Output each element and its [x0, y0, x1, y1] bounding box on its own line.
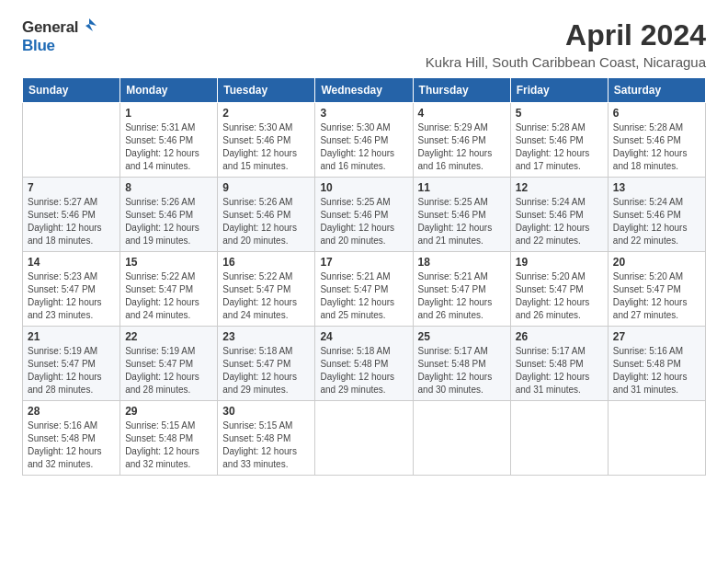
title-area: April 2024 Kukra Hill, South Caribbean C…: [426, 18, 706, 70]
day-info: Sunrise: 5:18 AM Sunset: 5:47 PM Dayligh…: [222, 345, 310, 396]
day-cell: [510, 401, 608, 476]
day-cell: 7Sunrise: 5:27 AM Sunset: 5:46 PM Daylig…: [23, 178, 120, 252]
day-cell: 5Sunrise: 5:28 AM Sunset: 5:46 PM Daylig…: [510, 103, 608, 178]
day-number: 12: [516, 181, 603, 194]
logo-blue: Blue: [22, 37, 55, 54]
header: General Blue April 2024 Kukra Hill, Sout…: [22, 18, 706, 70]
day-info: Sunrise: 5:25 AM Sunset: 5:46 PM Dayligh…: [320, 196, 407, 247]
day-number: 13: [613, 181, 700, 194]
week-row-2: 7Sunrise: 5:27 AM Sunset: 5:46 PM Daylig…: [23, 178, 706, 252]
day-cell: 27Sunrise: 5:16 AM Sunset: 5:48 PM Dayli…: [608, 327, 705, 401]
day-cell: 12Sunrise: 5:24 AM Sunset: 5:46 PM Dayli…: [510, 178, 608, 252]
day-number: 28: [28, 405, 115, 418]
day-cell: [413, 401, 510, 476]
day-number: 1: [125, 107, 212, 120]
day-cell: 30Sunrise: 5:15 AM Sunset: 5:48 PM Dayli…: [218, 401, 315, 476]
svg-marker-0: [85, 18, 97, 31]
day-cell: 13Sunrise: 5:24 AM Sunset: 5:46 PM Dayli…: [608, 178, 705, 252]
day-cell: 1Sunrise: 5:31 AM Sunset: 5:46 PM Daylig…: [120, 103, 218, 178]
day-number: 9: [222, 181, 310, 194]
day-number: 8: [125, 181, 212, 194]
day-info: Sunrise: 5:15 AM Sunset: 5:48 PM Dayligh…: [222, 419, 310, 471]
day-info: Sunrise: 5:21 AM Sunset: 5:47 PM Dayligh…: [418, 270, 506, 322]
week-row-4: 21Sunrise: 5:19 AM Sunset: 5:47 PM Dayli…: [23, 327, 706, 401]
day-cell: 17Sunrise: 5:21 AM Sunset: 5:47 PM Dayli…: [315, 252, 413, 327]
day-number: 2: [222, 107, 310, 120]
day-info: Sunrise: 5:23 AM Sunset: 5:47 PM Dayligh…: [28, 270, 115, 322]
day-number: 24: [320, 330, 407, 343]
day-number: 14: [28, 256, 115, 269]
day-cell: 9Sunrise: 5:26 AM Sunset: 5:46 PM Daylig…: [218, 178, 315, 252]
day-info: Sunrise: 5:28 AM Sunset: 5:46 PM Dayligh…: [516, 121, 603, 173]
logo-bird-icon: [80, 17, 98, 35]
day-cell: 24Sunrise: 5:18 AM Sunset: 5:48 PM Dayli…: [315, 327, 413, 401]
logo: General Blue: [22, 18, 98, 55]
day-cell: 15Sunrise: 5:22 AM Sunset: 5:47 PM Dayli…: [120, 252, 218, 327]
day-info: Sunrise: 5:16 AM Sunset: 5:48 PM Dayligh…: [28, 419, 115, 471]
day-info: Sunrise: 5:28 AM Sunset: 5:46 PM Dayligh…: [613, 121, 700, 173]
day-number: 3: [320, 107, 407, 120]
column-header-thursday: Thursday: [413, 78, 510, 103]
column-header-wednesday: Wednesday: [315, 78, 413, 103]
day-cell: [315, 401, 413, 476]
day-info: Sunrise: 5:29 AM Sunset: 5:46 PM Dayligh…: [418, 121, 506, 173]
day-cell: 22Sunrise: 5:19 AM Sunset: 5:47 PM Dayli…: [120, 327, 218, 401]
day-info: Sunrise: 5:19 AM Sunset: 5:47 PM Dayligh…: [125, 345, 212, 396]
day-cell: 11Sunrise: 5:25 AM Sunset: 5:46 PM Dayli…: [413, 178, 510, 252]
day-info: Sunrise: 5:21 AM Sunset: 5:47 PM Dayligh…: [320, 270, 407, 322]
day-info: Sunrise: 5:31 AM Sunset: 5:46 PM Dayligh…: [125, 121, 212, 173]
day-info: Sunrise: 5:26 AM Sunset: 5:46 PM Dayligh…: [125, 196, 212, 247]
day-cell: 2Sunrise: 5:30 AM Sunset: 5:46 PM Daylig…: [218, 103, 315, 178]
day-cell: [608, 401, 705, 476]
day-number: 5: [516, 107, 603, 120]
day-info: Sunrise: 5:17 AM Sunset: 5:48 PM Dayligh…: [418, 345, 506, 396]
day-cell: 19Sunrise: 5:20 AM Sunset: 5:47 PM Dayli…: [510, 252, 608, 327]
week-row-5: 28Sunrise: 5:16 AM Sunset: 5:48 PM Dayli…: [23, 401, 706, 476]
week-row-1: 1Sunrise: 5:31 AM Sunset: 5:46 PM Daylig…: [23, 103, 706, 178]
day-info: Sunrise: 5:30 AM Sunset: 5:46 PM Dayligh…: [222, 121, 310, 173]
day-cell: [23, 103, 120, 178]
calendar-table: SundayMondayTuesdayWednesdayThursdayFrid…: [22, 77, 706, 476]
day-info: Sunrise: 5:20 AM Sunset: 5:47 PM Dayligh…: [613, 270, 700, 322]
location-title: Kukra Hill, South Caribbean Coast, Nicar…: [426, 54, 706, 70]
day-info: Sunrise: 5:20 AM Sunset: 5:47 PM Dayligh…: [516, 270, 603, 322]
day-number: 21: [28, 330, 115, 343]
day-number: 25: [418, 330, 506, 343]
day-number: 23: [222, 330, 310, 343]
day-number: 20: [613, 256, 700, 269]
day-cell: 4Sunrise: 5:29 AM Sunset: 5:46 PM Daylig…: [413, 103, 510, 178]
day-info: Sunrise: 5:27 AM Sunset: 5:46 PM Dayligh…: [28, 196, 115, 247]
day-number: 7: [28, 181, 115, 194]
day-info: Sunrise: 5:22 AM Sunset: 5:47 PM Dayligh…: [222, 270, 310, 322]
day-cell: 10Sunrise: 5:25 AM Sunset: 5:46 PM Dayli…: [315, 178, 413, 252]
day-info: Sunrise: 5:22 AM Sunset: 5:47 PM Dayligh…: [125, 270, 212, 322]
day-cell: 29Sunrise: 5:15 AM Sunset: 5:48 PM Dayli…: [120, 401, 218, 476]
day-info: Sunrise: 5:16 AM Sunset: 5:48 PM Dayligh…: [613, 345, 700, 396]
column-header-friday: Friday: [510, 78, 608, 103]
day-number: 11: [418, 181, 506, 194]
day-number: 16: [222, 256, 310, 269]
day-info: Sunrise: 5:15 AM Sunset: 5:48 PM Dayligh…: [125, 419, 212, 471]
day-number: 27: [613, 330, 700, 343]
day-cell: 25Sunrise: 5:17 AM Sunset: 5:48 PM Dayli…: [413, 327, 510, 401]
day-cell: 18Sunrise: 5:21 AM Sunset: 5:47 PM Dayli…: [413, 252, 510, 327]
day-cell: 16Sunrise: 5:22 AM Sunset: 5:47 PM Dayli…: [218, 252, 315, 327]
column-header-sunday: Sunday: [23, 78, 120, 103]
header-row: SundayMondayTuesdayWednesdayThursdayFrid…: [23, 78, 706, 103]
week-row-3: 14Sunrise: 5:23 AM Sunset: 5:47 PM Dayli…: [23, 252, 706, 327]
day-cell: 8Sunrise: 5:26 AM Sunset: 5:46 PM Daylig…: [120, 178, 218, 252]
day-number: 26: [516, 330, 603, 343]
day-cell: 20Sunrise: 5:20 AM Sunset: 5:47 PM Dayli…: [608, 252, 705, 327]
day-cell: 6Sunrise: 5:28 AM Sunset: 5:46 PM Daylig…: [608, 103, 705, 178]
column-header-saturday: Saturday: [608, 78, 705, 103]
day-number: 10: [320, 181, 407, 194]
day-number: 29: [125, 405, 212, 418]
day-info: Sunrise: 5:24 AM Sunset: 5:46 PM Dayligh…: [516, 196, 603, 247]
day-info: Sunrise: 5:25 AM Sunset: 5:46 PM Dayligh…: [418, 196, 506, 247]
day-info: Sunrise: 5:30 AM Sunset: 5:46 PM Dayligh…: [320, 121, 407, 173]
day-cell: 23Sunrise: 5:18 AM Sunset: 5:47 PM Dayli…: [218, 327, 315, 401]
day-number: 15: [125, 256, 212, 269]
day-number: 18: [418, 256, 506, 269]
day-info: Sunrise: 5:19 AM Sunset: 5:47 PM Dayligh…: [28, 345, 115, 396]
day-number: 22: [125, 330, 212, 343]
